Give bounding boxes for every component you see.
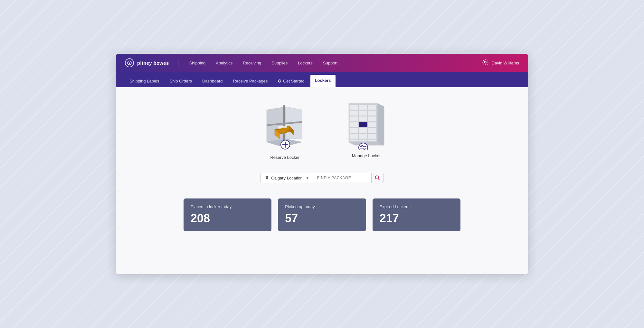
svg-rect-25 — [368, 111, 376, 116]
svg-rect-21 — [359, 105, 367, 110]
nav-shipping-labels[interactable]: Shipping Labels — [125, 75, 164, 87]
logo-area: pitney bowes — [125, 58, 169, 67]
top-nav-receiving[interactable]: Receiving — [238, 58, 266, 68]
nav-ship-orders[interactable]: Ship Orders — [165, 75, 196, 87]
get-started-icon: ✪ — [278, 79, 281, 83]
svg-rect-20 — [350, 105, 358, 110]
svg-marker-18 — [378, 103, 384, 145]
locker-actions: Reserve Locker — [257, 100, 387, 160]
svg-point-2 — [484, 61, 486, 63]
package-search-input[interactable] — [313, 173, 371, 182]
reserve-locker-action[interactable]: Reserve Locker — [257, 100, 313, 160]
svg-rect-28 — [368, 116, 376, 121]
svg-rect-32 — [350, 128, 358, 133]
svg-point-0 — [128, 61, 131, 65]
nav-dashboard[interactable]: Dashboard — [198, 75, 227, 87]
svg-rect-39 — [359, 140, 367, 141]
app-window: pitney bowes Shipping Analytics Receivin… — [116, 54, 528, 274]
svg-rect-36 — [359, 134, 367, 139]
user-name: David Williams — [492, 61, 519, 65]
svg-rect-34 — [368, 128, 376, 133]
stat-card-picked-up: Picked up today 57 — [278, 198, 366, 231]
top-nav-support[interactable]: Support — [318, 58, 342, 68]
package-search — [313, 173, 384, 183]
stat-picked-value: 57 — [285, 212, 359, 225]
stat-expired-value: 217 — [380, 212, 453, 225]
chevron-down-icon: ▼ — [306, 176, 309, 180]
search-icon — [375, 175, 380, 180]
svg-rect-31 — [368, 122, 376, 127]
svg-rect-26 — [350, 116, 358, 121]
svg-rect-27 — [359, 116, 367, 121]
location-selector[interactable]: Calgary Location ▼ — [260, 173, 313, 183]
search-row: Calgary Location ▼ — [260, 173, 383, 183]
logo-icon — [125, 58, 134, 67]
manage-locker-illustration — [346, 100, 387, 150]
svg-rect-35 — [350, 134, 358, 139]
top-nav-shipping[interactable]: Shipping — [185, 58, 210, 68]
svg-rect-29 — [350, 122, 358, 127]
stats-row: Placed in locker today 208 Picked up tod… — [184, 198, 460, 231]
svg-rect-30 — [359, 122, 367, 127]
stat-placed-value: 208 — [191, 212, 264, 225]
svg-rect-37 — [368, 134, 376, 139]
nav-get-started[interactable]: ✪ Get Started — [273, 75, 309, 87]
nav-lockers[interactable]: Lockers — [310, 75, 336, 87]
stat-picked-label: Picked up today — [285, 204, 359, 209]
nav-divider — [178, 59, 178, 67]
stat-card-placed: Placed in locker today 208 — [184, 198, 271, 231]
user-area: David Williams — [482, 59, 519, 67]
svg-rect-38 — [350, 140, 358, 141]
search-button[interactable] — [371, 173, 383, 183]
top-nav-links: Shipping Analytics Receiving Supplies Lo… — [185, 58, 482, 68]
svg-point-1 — [129, 63, 130, 64]
svg-rect-22 — [368, 105, 376, 110]
reserve-locker-illustration — [257, 100, 313, 152]
svg-rect-23 — [350, 111, 358, 116]
top-nav: pitney bowes Shipping Analytics Receivin… — [116, 54, 528, 72]
svg-rect-24 — [359, 111, 367, 116]
gear-icon[interactable] — [482, 59, 488, 67]
main-content: Reserve Locker — [116, 87, 528, 274]
logo-text: pitney bowes — [137, 60, 169, 66]
top-nav-analytics[interactable]: Analytics — [211, 58, 237, 68]
manage-locker-action[interactable]: Manage Locker — [346, 100, 387, 158]
top-nav-lockers[interactable]: Lockers — [293, 58, 317, 68]
stat-expired-label: Expired Lockers — [380, 204, 453, 209]
stat-card-expired: Expired Lockers 217 — [373, 198, 460, 231]
svg-rect-40 — [368, 140, 376, 141]
svg-line-47 — [378, 179, 379, 180]
svg-point-45 — [364, 148, 365, 150]
stat-placed-label: Placed in locker today — [191, 204, 264, 209]
secondary-nav: Shipping Labels Ship Orders Dashboard Re… — [116, 72, 528, 87]
nav-receive-packages[interactable]: Receive Packages — [229, 75, 272, 87]
top-nav-supplies[interactable]: Supplies — [267, 58, 292, 68]
svg-point-43 — [361, 146, 363, 147]
manage-locker-label: Manage Locker — [352, 153, 381, 158]
location-text: Calgary Location — [271, 176, 303, 180]
svg-rect-33 — [359, 128, 367, 133]
location-icon — [265, 176, 269, 180]
reserve-locker-label: Reserve Locker — [270, 155, 299, 160]
